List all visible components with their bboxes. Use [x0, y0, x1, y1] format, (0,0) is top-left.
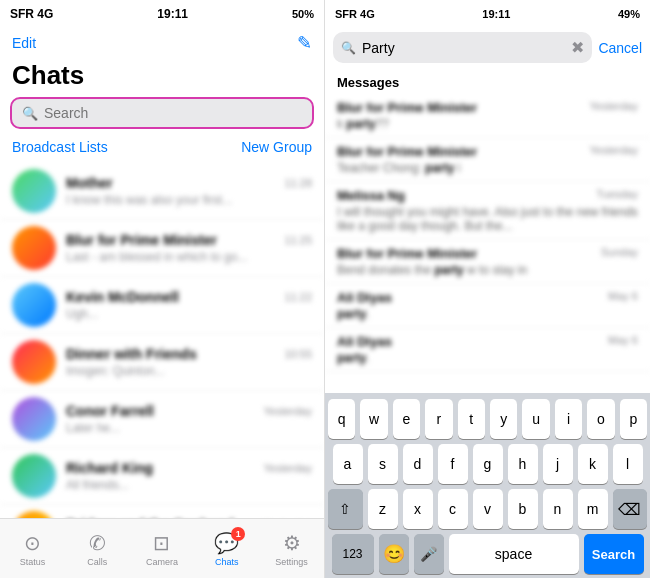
list-item[interactable]: Blur for Prime Minister Yesterday k part… [325, 94, 650, 138]
key-z[interactable]: z [368, 489, 398, 529]
key-c[interactable]: c [438, 489, 468, 529]
right-search-icon: 🔍 [341, 41, 356, 55]
key-d[interactable]: d [403, 444, 433, 484]
settings-icon: ⚙ [283, 531, 301, 555]
delete-key[interactable]: ⌫ [613, 489, 648, 529]
key-x[interactable]: x [403, 489, 433, 529]
key-l[interactable]: l [613, 444, 643, 484]
tab-settings-label: Settings [275, 557, 308, 567]
list-item[interactable]: Dinner with Friends10:55 Imogen: Quinton… [0, 334, 324, 391]
key-b[interactable]: b [508, 489, 538, 529]
avatar [12, 169, 56, 213]
search-bar-wrapper: 🔍 [0, 97, 324, 135]
list-item[interactable]: Ali Diyas May 6 party. [325, 284, 650, 328]
right-panel: SFR 4G 19:11 49% 🔍 ✖ Cancel Messages Blu… [325, 0, 650, 578]
key-q[interactable]: q [328, 399, 355, 439]
search-icon: 🔍 [22, 106, 38, 121]
tab-settings[interactable]: ⚙ Settings [259, 531, 324, 567]
key-y[interactable]: y [490, 399, 517, 439]
tab-chats[interactable]: 💬 1 Chats [194, 531, 259, 567]
key-h[interactable]: h [508, 444, 538, 484]
keyboard-row-4: 123 😊 🎤 space Search [328, 534, 647, 574]
left-status-bar: SFR 4G 19:11 50% [0, 0, 324, 28]
clear-search-button[interactable]: ✖ [571, 38, 584, 57]
avatar [12, 283, 56, 327]
edit-button[interactable]: Edit [12, 35, 36, 51]
right-search-bar-wrapper: 🔍 ✖ Cancel [325, 28, 650, 69]
tab-calls-label: Calls [87, 557, 107, 567]
list-item[interactable]: Conor FarrellYesterday Later he... [0, 391, 324, 448]
list-item[interactable]: Richard KingYesterday All friends... [0, 448, 324, 505]
right-battery: 49% [618, 8, 640, 20]
right-carrier: SFR 4G [335, 8, 375, 20]
list-item[interactable]: Bridger and the GagbandYesterday Conor: … [0, 505, 324, 518]
camera-icon: ⊡ [153, 531, 170, 555]
key-m[interactable]: m [578, 489, 608, 529]
left-carrier: SFR 4G [10, 7, 53, 21]
key-t[interactable]: t [458, 399, 485, 439]
shift-key[interactable]: ⇧ [328, 489, 363, 529]
cancel-button[interactable]: Cancel [598, 40, 642, 56]
key-u[interactable]: u [522, 399, 549, 439]
tab-status[interactable]: ⊙ Status [0, 531, 65, 567]
key-g[interactable]: g [473, 444, 503, 484]
left-time: 19:11 [157, 7, 188, 21]
list-item[interactable]: Blur for Prime Minister11:25 Last - am b… [0, 220, 324, 277]
num-key[interactable]: 123 [332, 534, 374, 574]
left-panel: SFR 4G 19:11 50% Edit ✎ Chats 🔍 Broadcas… [0, 0, 325, 578]
key-v[interactable]: v [473, 489, 503, 529]
key-e[interactable]: e [393, 399, 420, 439]
left-tab-bar: ⊙ Status ✆ Calls ⊡ Camera 💬 1 Chats ⚙ Se… [0, 518, 324, 578]
avatar [12, 226, 56, 270]
broadcast-lists-link[interactable]: Broadcast Lists [12, 139, 108, 155]
list-item[interactable]: Blur for Prime Minister Yesterday Teache… [325, 138, 650, 182]
list-item[interactable]: Melissa Ng Tuesday I will thought you mi… [325, 182, 650, 240]
compose-icon[interactable]: ✎ [297, 32, 312, 54]
key-f[interactable]: f [438, 444, 468, 484]
chat-list: Mother11:28 I know this was also your fi… [0, 163, 324, 518]
avatar [12, 511, 56, 518]
key-j[interactable]: j [543, 444, 573, 484]
keyboard: q w e r t y u i o p a s d f g h j k l ⇧ … [325, 393, 650, 578]
search-bar[interactable]: 🔍 [10, 97, 314, 129]
chat-badge: 1 [231, 527, 245, 541]
key-r[interactable]: r [425, 399, 452, 439]
emoji-key[interactable]: 😊 [379, 534, 409, 574]
key-i[interactable]: i [555, 399, 582, 439]
right-search-field[interactable]: 🔍 ✖ [333, 32, 592, 63]
list-item[interactable]: Ali Diyas May 6 party. [325, 328, 650, 372]
key-w[interactable]: w [360, 399, 387, 439]
broadcast-row: Broadcast Lists New Group [0, 135, 324, 163]
key-a[interactable]: a [333, 444, 363, 484]
keyboard-row-2: a s d f g h j k l [328, 444, 647, 484]
list-item[interactable]: Kevin McDonnell11:22 Ugh... [0, 277, 324, 334]
avatar [12, 454, 56, 498]
keyboard-row-1: q w e r t y u i o p [328, 399, 647, 439]
chats-title: Chats [0, 58, 324, 97]
key-k[interactable]: k [578, 444, 608, 484]
key-s[interactable]: s [368, 444, 398, 484]
key-p[interactable]: p [620, 399, 647, 439]
avatar [12, 340, 56, 384]
list-item[interactable]: Mother11:28 I know this was also your fi… [0, 163, 324, 220]
tab-status-label: Status [20, 557, 46, 567]
search-results: Messages Blur for Prime Minister Yesterd… [325, 69, 650, 393]
status-icon: ⊙ [24, 531, 41, 555]
new-group-link[interactable]: New Group [241, 139, 312, 155]
search-button[interactable]: Search [584, 534, 644, 574]
key-n[interactable]: n [543, 489, 573, 529]
right-status-bar: SFR 4G 19:11 49% [325, 0, 650, 28]
space-key[interactable]: space [449, 534, 579, 574]
right-time: 19:11 [482, 8, 510, 20]
search-input[interactable] [44, 105, 302, 121]
left-header: Edit ✎ [0, 28, 324, 58]
mic-key[interactable]: 🎤 [414, 534, 444, 574]
tab-chats-label: Chats [215, 557, 239, 567]
right-search-input[interactable] [362, 40, 565, 56]
tab-camera[interactable]: ⊡ Camera [130, 531, 195, 567]
tab-calls[interactable]: ✆ Calls [65, 531, 130, 567]
calls-icon: ✆ [89, 531, 106, 555]
list-item[interactable]: Blur for Prime Minister Sunday Bend dona… [325, 240, 650, 284]
tab-camera-label: Camera [146, 557, 178, 567]
key-o[interactable]: o [587, 399, 614, 439]
